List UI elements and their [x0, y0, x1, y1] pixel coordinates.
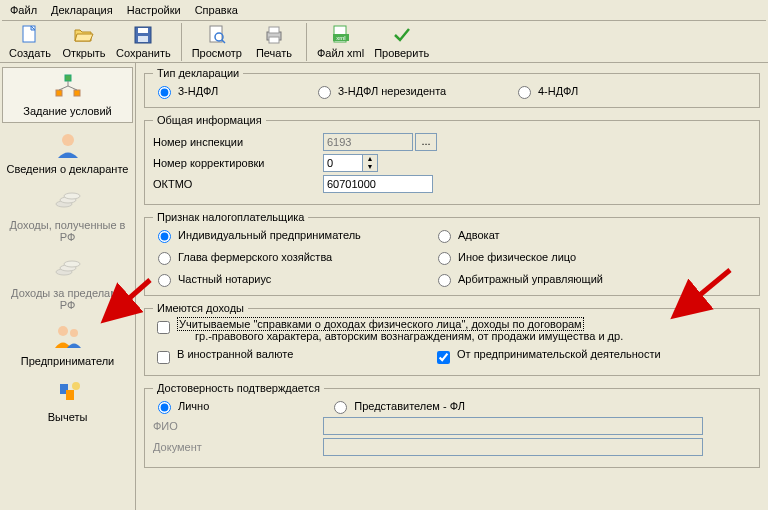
legend-decl-type: Тип декларации — [153, 67, 243, 79]
svg-rect-29 — [66, 390, 74, 400]
xml-button[interactable]: xml Файл xml — [313, 23, 368, 63]
sidebar-item-conditions[interactable]: Задание условий — [2, 67, 133, 123]
svg-point-26 — [58, 326, 68, 336]
legend-confirmation: Достоверность подтверждается — [153, 382, 324, 394]
sidebar: Задание условий Сведения о декларанте До… — [0, 63, 136, 510]
svg-rect-15 — [74, 90, 80, 96]
spin-down-button[interactable]: ▼ — [363, 163, 377, 171]
svg-line-17 — [59, 86, 68, 90]
legend-taxpayer: Признак налогоплательщика — [153, 211, 308, 223]
inspection-field — [323, 133, 413, 151]
svg-rect-3 — [138, 36, 148, 42]
sidebar-item-declarant[interactable]: Сведения о декларанте — [0, 125, 135, 181]
svg-line-18 — [68, 86, 77, 90]
sidebar-item-deductions[interactable]: Вычеты — [0, 373, 135, 429]
group-decl-type: Тип декларации 3-НДФЛ 3-НДФЛ нерезидента… — [144, 67, 760, 108]
checkbox-foreign-currency[interactable]: В иностранной валюте — [153, 348, 433, 367]
content-panel: Тип декларации 3-НДФЛ 3-НДФЛ нерезидента… — [136, 63, 768, 510]
menu-declaration[interactable]: Декларация — [45, 2, 119, 18]
radio-3ndfl-nonres[interactable]: 3-НДФЛ нерезидента — [313, 83, 513, 99]
deductions-icon — [52, 377, 84, 409]
svg-line-6 — [222, 40, 225, 43]
radio-farmer[interactable]: Глава фермерского хозяйства — [153, 249, 433, 265]
save-button[interactable]: Сохранить — [112, 23, 175, 63]
save-icon — [133, 25, 153, 45]
svg-rect-13 — [65, 75, 71, 81]
checkbox-entrepreneur-income[interactable]: От предпринимательской деятельности — [433, 348, 751, 367]
sidebar-item-label: Задание условий — [23, 105, 111, 117]
person-icon — [52, 129, 84, 161]
svg-point-27 — [70, 329, 78, 337]
radio-advocate[interactable]: Адвокат — [433, 227, 751, 243]
label-oktmo: ОКТМО — [153, 178, 323, 190]
radio-personally[interactable]: Лично — [153, 398, 209, 414]
conditions-icon — [52, 71, 84, 103]
label-fio: ФИО — [153, 420, 323, 432]
spin-up-button[interactable]: ▲ — [363, 155, 377, 163]
legend-income: Имеются доходы — [153, 302, 248, 314]
svg-rect-9 — [269, 37, 279, 43]
xml-file-icon: xml — [331, 25, 351, 45]
new-file-icon — [20, 25, 40, 45]
svg-rect-14 — [56, 90, 62, 96]
checkbox-income-receipts[interactable]: Учитываемые "справками о доходах физичес… — [153, 318, 751, 342]
svg-rect-8 — [269, 27, 279, 33]
group-income: Имеются доходы Учитываемые "справками о … — [144, 302, 760, 376]
radio-representative[interactable]: Представителем - ФЛ — [329, 398, 465, 414]
group-general: Общая информация Номер инспекции ... Ном… — [144, 114, 760, 205]
sidebar-item-label: Доходы, полученные в РФ — [2, 219, 133, 243]
radio-notary[interactable]: Частный нотариус — [153, 271, 433, 287]
toolbar: Создать Открыть Сохранить Просмотр Печа — [0, 21, 768, 63]
sidebar-item-income-abroad[interactable]: Доходы за пределами РФ — [0, 249, 135, 317]
fio-field — [323, 417, 703, 435]
radio-3ndfl[interactable]: 3-НДФЛ — [153, 83, 313, 99]
menu-settings[interactable]: Настройки — [121, 2, 187, 18]
menubar: Файл Декларация Настройки Справка — [0, 0, 768, 20]
menu-file[interactable]: Файл — [4, 2, 43, 18]
entrepreneurs-icon — [52, 321, 84, 353]
svg-text:xml: xml — [336, 35, 345, 41]
preview-icon — [207, 25, 227, 45]
group-taxpayer: Признак налогоплательщика Индивидуальный… — [144, 211, 760, 296]
svg-point-19 — [62, 134, 74, 146]
svg-point-22 — [64, 193, 80, 199]
document-field — [323, 438, 703, 456]
sidebar-item-label: Доходы за пределами РФ — [2, 287, 133, 311]
sidebar-item-label: Вычеты — [48, 411, 88, 423]
print-button[interactable]: Печать — [248, 23, 300, 63]
oktmo-field[interactable] — [323, 175, 433, 193]
open-folder-icon — [74, 25, 94, 45]
menu-help[interactable]: Справка — [189, 2, 244, 18]
label-correction: Номер корректировки — [153, 157, 323, 169]
check-icon — [392, 25, 412, 45]
sidebar-item-label: Сведения о декларанте — [7, 163, 129, 175]
label-inspection: Номер инспекции — [153, 136, 323, 148]
sidebar-item-income-rf[interactable]: Доходы, полученные в РФ — [0, 181, 135, 249]
correction-field[interactable] — [323, 154, 363, 172]
open-button[interactable]: Открыть — [58, 23, 110, 63]
print-icon — [264, 25, 284, 45]
svg-rect-2 — [138, 28, 148, 33]
money-stack-icon — [52, 253, 84, 285]
radio-other-person[interactable]: Иное физическое лицо — [433, 249, 751, 265]
radio-4ndfl[interactable]: 4-НДФЛ — [513, 83, 633, 99]
legend-general: Общая информация — [153, 114, 266, 126]
label-document: Документ — [153, 441, 323, 453]
create-button[interactable]: Создать — [4, 23, 56, 63]
inspection-picker-button[interactable]: ... — [415, 133, 437, 151]
svg-point-25 — [64, 261, 80, 267]
check-button[interactable]: Проверить — [370, 23, 433, 63]
money-stack-icon — [52, 185, 84, 217]
sidebar-item-entrepreneurs[interactable]: Предприниматели — [0, 317, 135, 373]
preview-button[interactable]: Просмотр — [188, 23, 246, 63]
group-confirmation: Достоверность подтверждается Лично Предс… — [144, 382, 760, 468]
sidebar-item-label: Предприниматели — [21, 355, 114, 367]
radio-arbitration[interactable]: Арбитражный управляющий — [433, 271, 751, 287]
radio-ip[interactable]: Индивидуальный предприниматель — [153, 227, 433, 243]
svg-point-30 — [72, 382, 80, 390]
